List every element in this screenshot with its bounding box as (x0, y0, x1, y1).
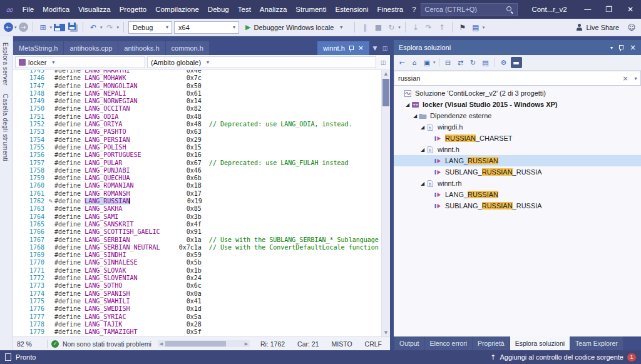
tree-item-wingdi-h[interactable]: ◢hwingdi.h (394, 121, 641, 133)
clear-search-icon[interactable]: × (620, 74, 631, 83)
feedback-icon[interactable]: ☺ (626, 21, 637, 34)
code-line-1756[interactable]: 1756#define LANG_PORTUGUESE 0x16 (13, 151, 382, 159)
tree-item-soluzione-contilocker-v2-2-di-3-progetti[interactable]: Soluzione 'ContiLocker_v2' (2 di 3 proge… (394, 88, 641, 99)
code-line-1748[interactable]: 1748#define LANG_NEPALI 0x61 (13, 90, 382, 98)
chevron-down-icon[interactable]: ▾ (100, 25, 103, 30)
panel-tab-output[interactable]: Output (394, 336, 424, 350)
code-line-1750[interactable]: 1750#define LANG_OCCITAN 0x82 (13, 105, 382, 113)
menu-item-file[interactable]: File (18, 0, 39, 19)
health-indicator-message[interactable]: Non sono stati trovati problemi (63, 340, 151, 348)
tree-item-winnt-rh[interactable]: ◢hwinnt.rh (394, 178, 641, 189)
code-editor[interactable]: 1745#define LANG_MARATHI 0x4e1746#define… (13, 70, 390, 336)
menu-item-help[interactable]: ? (408, 0, 420, 19)
platform-combo[interactable]: x64▾ (174, 21, 239, 34)
code-line-1771[interactable]: 1771#define LANG_SLOVAK 0x1b (13, 267, 382, 275)
scrollbar-thumb[interactable] (165, 341, 226, 346)
horizontal-scrollbar[interactable]: ◀ ▶ (158, 340, 250, 347)
panel-tab-esplora-soluzioni[interactable]: Esplora soluzioni (510, 336, 570, 350)
start-debugging-button[interactable]: ▶Debugger Windows locale▾ (241, 21, 350, 34)
tab-common-h[interactable]: common.h (166, 41, 209, 55)
zoom-control[interactable]: 82 % (17, 340, 43, 348)
code-line-1766[interactable]: 1766#define LANG_SCOTTISH_GAELIC 0x91 (13, 228, 382, 236)
menu-item-modifica[interactable]: Modifica (38, 0, 74, 19)
code-line-1753[interactable]: 1753#define LANG_PASHTO 0x63 (13, 128, 382, 136)
expander-expanded-icon[interactable]: ◢ (419, 147, 426, 153)
restart-application-icon[interactable]: ↻ (386, 21, 397, 34)
menu-item-finestra[interactable]: Finestra (373, 0, 408, 19)
solution-search-box[interactable]: russian × ▾ (394, 71, 641, 86)
code-line-1773[interactable]: 1773#define LANG_SOTHO 0x6c (13, 282, 382, 290)
tree-item-locker-visual-studio-2015-windows-xp[interactable]: ◢++locker (Visual Studio 2015 - Windows … (394, 99, 641, 110)
quick-search-box[interactable]: Cerca (CTRL+Q) (421, 3, 518, 16)
active-files-dropdown-icon[interactable]: ▼ (370, 41, 380, 55)
tree-item-lang-russian[interactable]: LANG_RUSSIAN (394, 155, 641, 166)
save-all-icon[interactable] (67, 21, 78, 34)
menu-item-debug[interactable]: Debug (203, 0, 233, 19)
maximize-button[interactable]: ❐ (598, 0, 620, 19)
chevron-down-icon[interactable]: ▾ (50, 25, 53, 30)
menu-item-compilazione[interactable]: Compilazione (151, 0, 203, 19)
code-line-1751[interactable]: 1751#define LANG_ODIA 0x48 (13, 113, 382, 121)
code-line-1767[interactable]: 1767#define LANG_SERBIAN 0x1a // Use wit… (13, 236, 382, 244)
search-options-icon[interactable]: ▾ (631, 76, 640, 81)
tab-antihooks-h[interactable]: antihooks.h (118, 41, 165, 55)
code-line-1768[interactable]: 1768#define LANG_SERBIAN_NEUTRAL 0x7c1a … (13, 244, 382, 251)
window-position-icon[interactable]: ▾ (610, 45, 613, 51)
code-line-1747[interactable]: 1747#define LANG_MONGOLIAN 0x50 (13, 83, 382, 90)
expander-expanded-icon[interactable]: ◢ (419, 181, 426, 186)
code-line-1765[interactable]: 1765#define LANG_SANSKRIT 0x4f (13, 221, 382, 228)
panel-tab-elenco-errori[interactable]: Elenco errori (425, 336, 473, 350)
step-over-icon[interactable]: ↷ (423, 21, 434, 34)
break-all-icon[interactable]: ∥ (359, 21, 371, 34)
refresh-icon[interactable]: ↻ (468, 57, 479, 68)
vertical-scrollbar[interactable]: ▲ ▼ (381, 70, 390, 336)
expander-expanded-icon[interactable]: ◢ (411, 113, 419, 119)
panel-tab-team-explorer[interactable]: Team Explorer (570, 336, 623, 350)
code-line-1774[interactable]: 1774#define LANG_SPANISH 0x0a (13, 290, 382, 298)
tree-item-russian-charset[interactable]: RUSSIAN_CHARSET (394, 133, 641, 144)
tree-item-lang-russian[interactable]: LANG_RUSSIAN (394, 189, 641, 200)
tree-item-dipendenze-esterne[interactable]: ◢Dipendenze esterne (394, 110, 641, 121)
code-line-1769[interactable]: 1769#define LANG_SINDHI 0x59 (13, 251, 382, 259)
tab-winnt-h[interactable]: winnt.h × (317, 41, 369, 55)
code-line-1777[interactable]: 1777#define LANG_SYRIAC 0x5a (13, 313, 382, 321)
scroll-left-icon[interactable]: ◀ (158, 341, 165, 346)
properties-icon[interactable]: ⚙ (498, 57, 510, 68)
code-line-1749[interactable]: 1749#define LANG_NORWEGIAN 0x14 (13, 98, 382, 105)
code-line-1778[interactable]: 1778#define LANG_TAJIK 0x28 (13, 321, 382, 328)
switch-views-icon[interactable]: ▣ (421, 57, 433, 68)
notification-badge[interactable]: 1 (627, 353, 636, 361)
pin-icon[interactable] (349, 45, 354, 52)
sidebar-item-toolbox[interactable]: Casella degli strumenti (2, 94, 9, 161)
minimize-button[interactable]: — (577, 0, 598, 19)
code-line-1746[interactable]: 1746#define LANG_MOHAWK 0x7c (13, 74, 382, 82)
code-line-1757[interactable]: 1757#define LANG_PULAR 0x67 // Deprecate… (13, 159, 382, 167)
home-icon[interactable]: ⌂ (409, 57, 420, 68)
tree-item-sublang-russian-russia[interactable]: SUBLANG_RUSSIAN_RUSSIA (394, 200, 641, 211)
code-line-1770[interactable]: 1770#define LANG_SINHALESE 0x5b (13, 259, 382, 266)
tab-metastring-h[interactable]: MetaString.h (13, 41, 63, 55)
code-line-1775[interactable]: 1775#define LANG_SWAHILI 0x41 (13, 298, 382, 305)
close-icon[interactable]: × (630, 43, 636, 52)
panel-tab-propriet[interactable]: Proprietà (473, 336, 510, 350)
menu-item-analizza[interactable]: Analizza (255, 0, 291, 19)
sync-with-active-document-icon[interactable]: ⇄ (455, 57, 466, 68)
menu-item-estensioni[interactable]: Estensioni (331, 0, 373, 19)
menu-item-test[interactable]: Test (233, 0, 255, 19)
stop-debugging-icon[interactable]: ■ (372, 21, 384, 34)
task-status-icon[interactable] (5, 353, 11, 361)
chevron-down-icon[interactable]: ▾ (117, 25, 120, 30)
redo-icon[interactable]: ↷ (105, 21, 116, 34)
scroll-up-icon[interactable]: ▲ (382, 70, 390, 78)
live-share-button[interactable]: Live Share (570, 24, 624, 31)
step-into-icon[interactable]: ↓ (410, 21, 421, 34)
split-window-icon[interactable]: ◫ (380, 41, 390, 55)
menu-item-visualizza[interactable]: Visualizza (74, 0, 115, 19)
solution-explorer-toggle-icon[interactable]: ▤ (470, 21, 481, 34)
code-line-1776[interactable]: 1776#define LANG_SWEDISH 0x1d (13, 305, 382, 313)
menu-item-progetto[interactable]: Progetto (115, 0, 151, 19)
undo-icon[interactable]: ↶ (88, 21, 99, 34)
code-line-1760[interactable]: 1760#define LANG_ROMANIAN 0x18 (13, 182, 382, 190)
chevron-down-icon[interactable]: ▾ (483, 25, 485, 30)
show-all-files-icon[interactable]: ▤ (480, 57, 491, 68)
